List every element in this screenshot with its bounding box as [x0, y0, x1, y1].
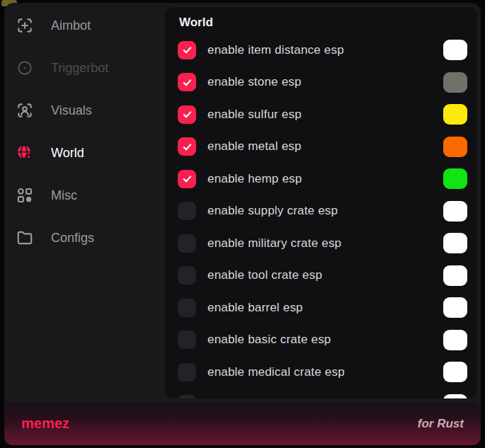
esp-checkbox[interactable]	[178, 170, 196, 188]
esp-row: enable supply crate esp	[178, 195, 467, 228]
esp-label: enable stone esp	[207, 75, 302, 89]
color-swatch[interactable]	[443, 265, 467, 286]
esp-row: enable tool crate esp	[178, 260, 467, 292]
color-swatch[interactable]	[443, 362, 467, 382]
esp-label: enable basic crate esp	[207, 333, 331, 347]
color-swatch[interactable]	[443, 201, 467, 222]
esp-checkbox[interactable]	[178, 234, 196, 253]
esp-checkbox[interactable]	[178, 299, 196, 317]
color-swatch[interactable]	[443, 168, 467, 189]
esp-row: enable item distance esp	[178, 34, 467, 67]
esp-label: enable item distance esp	[207, 43, 344, 57]
color-swatch[interactable]	[443, 297, 467, 318]
aimbot-icon	[16, 16, 34, 35]
esp-row	[178, 389, 467, 399]
esp-label: enable tool crate esp	[207, 268, 322, 282]
esp-checkbox[interactable]	[178, 202, 196, 220]
esp-label: enable military crate esp	[207, 236, 341, 251]
world-icon	[16, 144, 34, 162]
color-swatch[interactable]	[443, 137, 467, 157]
checkmark-icon	[182, 77, 193, 88]
esp-row: enable metal esp	[178, 131, 467, 163]
esp-checkbox[interactable]	[178, 105, 196, 124]
cheat-menu-window: Aimbot Triggerbot Visuals World Misc	[4, 3, 481, 445]
checkmark-icon	[182, 142, 193, 152]
brand-label: memez	[21, 415, 69, 432]
esp-checkbox[interactable]	[178, 395, 196, 398]
sidebar-item-label: Misc	[51, 188, 77, 203]
esp-label: enable sulfur esp	[207, 108, 302, 122]
esp-checkbox[interactable]	[178, 41, 196, 59]
color-swatch[interactable]	[443, 72, 467, 93]
checkmark-icon	[182, 109, 193, 120]
esp-list[interactable]: enable item distance esp enable stone es…	[178, 34, 467, 398]
sidebar: Aimbot Triggerbot Visuals World Misc	[4, 4, 165, 259]
footer-bar: memez for Rust	[4, 402, 481, 445]
esp-label: enable supply crate esp	[207, 204, 338, 218]
esp-checkbox[interactable]	[178, 137, 196, 156]
esp-row: enable barrel esp	[178, 292, 467, 324]
esp-checkbox[interactable]	[178, 331, 196, 349]
sidebar-item-misc[interactable]: Misc	[4, 174, 165, 217]
esp-label: enable barrel esp	[207, 301, 303, 315]
esp-row: enable stone esp	[178, 67, 467, 99]
esp-checkbox[interactable]	[178, 363, 196, 381]
world-panel: World enable item distance esp enable st…	[165, 7, 477, 398]
sidebar-item-visuals[interactable]: Visuals	[4, 89, 165, 132]
sidebar-item-label: Configs	[51, 231, 94, 246]
esp-row: enable medical crate esp	[178, 356, 467, 389]
misc-icon	[16, 186, 34, 205]
configs-icon	[16, 229, 34, 247]
sidebar-item-label: Triggerbot	[51, 61, 108, 76]
sidebar-item-label: World	[51, 146, 84, 161]
sidebar-item-aimbot[interactable]: Aimbot	[4, 4, 165, 47]
sidebar-item-world[interactable]: World	[4, 132, 165, 174]
esp-label: enable hemp esp	[207, 172, 302, 186]
color-swatch[interactable]	[443, 330, 467, 350]
panel-title: World	[178, 16, 467, 30]
checkmark-icon	[182, 173, 193, 184]
esp-row: enable basic crate esp	[178, 324, 467, 357]
esp-label: enable medical crate esp	[207, 365, 345, 379]
color-swatch[interactable]	[443, 233, 467, 253]
color-swatch[interactable]	[443, 394, 467, 398]
esp-label: enable metal esp	[207, 139, 302, 154]
sidebar-item-label: Aimbot	[51, 18, 91, 33]
tagline-label: for Rust	[418, 417, 464, 431]
triggerbot-icon	[16, 59, 34, 77]
checkmark-icon	[182, 45, 193, 55]
sidebar-item-label: Visuals	[51, 103, 92, 118]
esp-checkbox[interactable]	[178, 73, 196, 91]
esp-checkbox[interactable]	[178, 266, 196, 285]
sidebar-item-configs[interactable]: Configs	[4, 217, 165, 259]
color-swatch[interactable]	[443, 40, 467, 60]
esp-row: enable military crate esp	[178, 227, 467, 260]
visuals-icon	[16, 101, 34, 120]
esp-row: enable sulfur esp	[178, 98, 467, 131]
esp-row: enable hemp esp	[178, 163, 467, 195]
sidebar-item-triggerbot[interactable]: Triggerbot	[4, 47, 165, 89]
color-swatch[interactable]	[443, 104, 467, 125]
